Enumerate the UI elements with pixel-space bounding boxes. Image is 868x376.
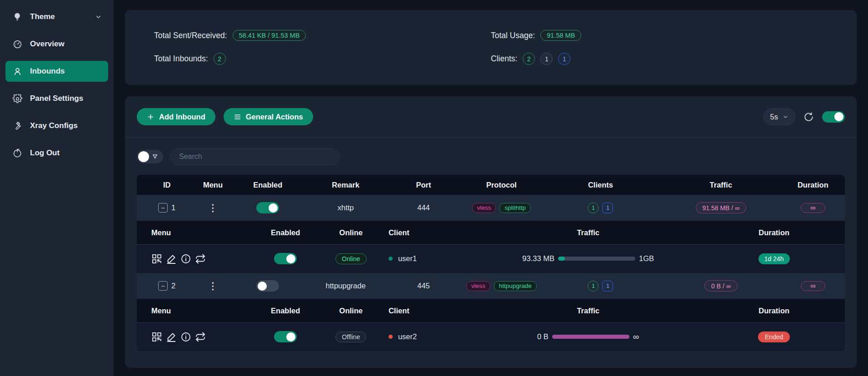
subheader-traffic: Traffic (473, 228, 703, 237)
auto-refresh-toggle[interactable] (822, 111, 845, 123)
toolbar-right-controls: 5s (763, 109, 845, 125)
general-actions-button[interactable]: General Actions (224, 108, 313, 125)
table-header-row: ID Menu Enabled Remark Port Protocol Cli… (137, 175, 845, 195)
inbound-id: 1 (171, 203, 175, 212)
sidebar-item-inbounds[interactable]: Inbounds (5, 61, 108, 82)
inbound-row: − 1 ⋮ xhttp 444 vless splithttp 1 1 (137, 195, 845, 221)
client-table-header: Menu Enabled Online Client Traffic Durat… (137, 221, 845, 245)
online-status-badge: Online (335, 253, 366, 264)
status-dot (389, 257, 393, 261)
subheader-duration: Duration (703, 228, 845, 237)
toggle-knob (138, 151, 149, 162)
stat-value-badge: 91.58 MB (540, 30, 581, 41)
general-actions-label: General Actions (246, 113, 303, 121)
chevron-down-icon (95, 14, 102, 20)
subheader-duration: Duration (703, 307, 845, 315)
lightbulb-icon (12, 11, 23, 22)
sidebar-item-overview[interactable]: Overview (5, 34, 108, 54)
stat-label: Total Sent/Received: (154, 31, 227, 40)
chevron-down-icon (783, 114, 788, 120)
client-table-header: Menu Enabled Online Client Traffic Durat… (137, 299, 845, 323)
info-icon[interactable] (180, 331, 191, 342)
info-icon[interactable] (180, 253, 191, 264)
protocol-badge: vless (472, 203, 496, 213)
inbound-remark: httpupgrade (307, 282, 384, 290)
client-row: Offline user2 0 B ∞ Ended (137, 323, 845, 351)
qr-code-icon[interactable] (151, 253, 162, 264)
traffic-progress-bar (552, 335, 629, 339)
person-icon (12, 66, 23, 77)
inbound-enabled-toggle[interactable] (256, 202, 279, 213)
traffic-badge: 0 B / ∞ (704, 280, 738, 292)
traffic-used: 0 B (537, 332, 549, 341)
toggle-knob (269, 203, 278, 213)
refresh-icon[interactable] (803, 112, 814, 122)
main-content: Total Sent/Received: 58.41 KB / 91.53 MB… (114, 0, 868, 376)
header-traffic: Traffic (661, 181, 781, 189)
traffic-progress-bar (558, 257, 635, 261)
inbounds-count-badge: 2 (214, 53, 226, 65)
sidebar-item-logout[interactable]: Log Out (5, 143, 108, 163)
sidebar-item-xray-configs[interactable]: Xray Configs (5, 115, 108, 136)
duration-badge: ∞ (801, 203, 825, 213)
edit-icon[interactable] (166, 253, 177, 264)
header-menu: Menu (197, 181, 229, 189)
inbound-port: 444 (384, 203, 462, 212)
client-count-green: 1 (588, 281, 599, 292)
status-dot (389, 335, 393, 339)
refresh-interval-select[interactable]: 5s (763, 109, 795, 125)
client-count-green: 1 (588, 203, 599, 213)
stat-total-usage: Total Usage: 91.58 MB (491, 30, 828, 41)
collapse-row-icon[interactable]: − (158, 203, 168, 213)
subheader-online: Online (328, 307, 374, 315)
filter-toggle[interactable] (137, 150, 163, 163)
subheader-traffic: Traffic (473, 307, 703, 315)
stat-total-inbounds: Total Inbounds: 2 (154, 53, 491, 65)
edit-icon[interactable] (166, 331, 177, 342)
inbound-id: 2 (171, 282, 175, 290)
search-input[interactable] (170, 148, 339, 165)
collapse-row-icon[interactable]: − (158, 281, 168, 291)
traffic-total: ∞ (633, 332, 639, 342)
inbound-row: − 2 ⋮ httpupgrade 445 vless httpupgrade … (137, 273, 845, 299)
stat-label: Clients: (491, 54, 517, 64)
client-enabled-toggle[interactable] (274, 253, 297, 264)
subheader-client: Client (374, 228, 473, 237)
toggle-knob (286, 332, 295, 341)
progress-fill (552, 335, 629, 339)
gear-icon (12, 93, 23, 104)
menu-lines-icon (234, 113, 241, 121)
toggle-knob (834, 112, 843, 121)
subheader-client: Client (374, 307, 473, 315)
traffic-total: 1GB (639, 254, 654, 263)
subheader-enabled: Enabled (243, 228, 328, 237)
transport-badge: httpupgrade (494, 281, 537, 291)
stat-sent-received: Total Sent/Received: 58.41 KB / 91.53 MB (154, 30, 491, 41)
reset-traffic-icon[interactable] (195, 331, 206, 342)
subheader-online: Online (328, 228, 374, 237)
add-inbound-button[interactable]: Add Inbound (137, 108, 215, 125)
search-row (137, 148, 845, 165)
inbound-enabled-toggle[interactable] (256, 280, 279, 292)
reset-traffic-icon[interactable] (195, 253, 206, 264)
qr-code-icon[interactable] (151, 331, 162, 342)
wrench-icon (12, 120, 23, 131)
client-enabled-toggle[interactable] (274, 331, 297, 342)
client-name: user2 (389, 332, 417, 341)
duration-badge: ∞ (801, 281, 825, 291)
logout-icon (12, 148, 23, 158)
sidebar-item-panel-settings[interactable]: Panel Settings (5, 88, 108, 109)
subheader-enabled: Enabled (243, 307, 328, 315)
row-menu-icon[interactable]: ⋮ (208, 281, 218, 292)
client-count-blue: 1 (602, 281, 613, 292)
stat-label: Total Inbounds: (154, 54, 208, 64)
sidebar-item-theme[interactable]: Theme (5, 6, 108, 27)
row-menu-icon[interactable]: ⋮ (208, 203, 218, 213)
header-protocol: Protocol (463, 181, 540, 189)
header-clients: Clients (540, 181, 661, 189)
sidebar-item-label: Panel Settings (30, 94, 83, 103)
protocol-badge: vless (466, 281, 490, 291)
sidebar-item-label: Log Out (30, 148, 60, 158)
refresh-interval-value: 5s (770, 113, 778, 121)
online-status-badge: Offline (335, 331, 366, 342)
